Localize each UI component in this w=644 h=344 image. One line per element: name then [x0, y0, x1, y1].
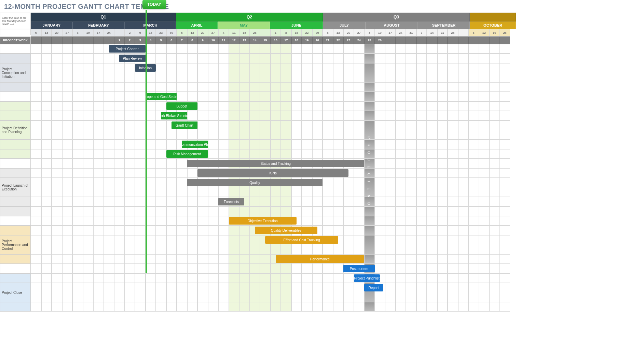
cell	[208, 235, 219, 254]
cell	[437, 92, 448, 101]
task-bar[interactable]: Quality	[187, 179, 323, 186]
cell	[156, 235, 166, 254]
cell	[208, 120, 219, 140]
cell	[239, 226, 250, 235]
cell	[437, 226, 448, 235]
cell	[156, 44, 166, 54]
cell	[437, 159, 448, 168]
pw-cell	[489, 37, 500, 44]
cell	[489, 226, 500, 235]
cell	[448, 168, 458, 178]
cell	[333, 283, 344, 302]
cell	[375, 44, 385, 54]
cell	[354, 197, 365, 206]
cell	[41, 302, 52, 312]
cell	[375, 159, 385, 168]
task-bar[interactable]: Quality Deliverables	[255, 227, 317, 234]
task-bar[interactable]: Performance	[276, 255, 364, 263]
cell	[364, 226, 375, 235]
row-cells	[31, 149, 516, 159]
cell	[52, 63, 62, 82]
cell	[31, 302, 41, 312]
cell	[427, 44, 437, 54]
cell	[93, 178, 104, 197]
task-bar[interactable]: Objective Execution	[229, 217, 297, 225]
task-bar[interactable]: Effort and Cost Tracking	[265, 236, 338, 244]
task-bar[interactable]: Communication Plan	[182, 141, 208, 148]
cell	[83, 82, 94, 92]
cell	[427, 149, 437, 159]
cell	[41, 178, 52, 197]
cell	[52, 206, 62, 216]
row: PHASE TWOScope and Goal Setting	[0, 92, 516, 101]
cell	[146, 264, 156, 273]
cell	[312, 149, 323, 159]
cell	[500, 226, 510, 235]
cell	[291, 283, 302, 302]
cell	[312, 206, 323, 216]
cell	[114, 197, 125, 206]
cell	[31, 235, 41, 254]
cell	[281, 120, 291, 140]
task-bar[interactable]: Report	[364, 284, 383, 291]
task-bar[interactable]: Gantt Chart	[172, 121, 197, 129]
project-week-cells: 1234567891011121314151617181920212223242…	[31, 37, 516, 44]
cell	[52, 120, 62, 140]
cell	[114, 168, 125, 178]
cell	[406, 235, 416, 254]
cell	[312, 54, 323, 63]
task-bar[interactable]: Project Charter	[109, 45, 146, 53]
cell	[458, 111, 469, 120]
cell	[437, 140, 448, 149]
cell	[291, 197, 302, 206]
task-bar[interactable]: Risk Management	[166, 150, 208, 158]
cell	[114, 283, 125, 302]
row-label: Project Close	[0, 283, 31, 302]
cell	[218, 283, 229, 302]
cell	[229, 82, 239, 92]
cell	[468, 159, 479, 168]
cell	[396, 44, 406, 54]
cell	[114, 111, 125, 120]
row-label	[0, 254, 31, 264]
cell	[364, 302, 375, 312]
cell	[229, 206, 239, 216]
cell	[177, 302, 187, 312]
cell	[312, 63, 323, 82]
row-label	[0, 302, 31, 312]
cell	[323, 92, 333, 101]
task-bar[interactable]: Budget	[166, 102, 198, 110]
cell	[479, 82, 490, 92]
task-bar[interactable]: KPIs	[197, 169, 348, 177]
task-bar[interactable]: Project Punchlist	[354, 274, 380, 282]
task-bar[interactable]: Plan Review	[119, 55, 145, 62]
cell	[83, 264, 94, 273]
cell	[52, 178, 62, 197]
cell	[260, 197, 271, 206]
cell	[427, 140, 437, 149]
cell	[31, 283, 41, 302]
task-bar[interactable]: Status and Tracking	[187, 160, 365, 167]
task-bar[interactable]: Scope and Goal Setting	[146, 93, 177, 100]
cell	[260, 54, 271, 63]
cell	[416, 159, 427, 168]
cell	[197, 206, 208, 216]
cell	[437, 178, 448, 197]
cell	[396, 226, 406, 235]
row: Budget	[0, 101, 516, 111]
cell	[146, 120, 156, 140]
row-label: PHASE THREE	[0, 159, 31, 168]
cell	[479, 159, 490, 168]
task-bar[interactable]: Forecasts	[218, 198, 244, 205]
cell	[479, 216, 490, 226]
cell	[250, 101, 260, 111]
cell	[427, 283, 437, 302]
cell	[375, 82, 385, 92]
cell	[250, 111, 260, 120]
cell	[312, 101, 323, 111]
task-bar[interactable]: Postmortem	[343, 265, 375, 272]
cell	[229, 226, 239, 235]
cell	[375, 120, 385, 140]
task-bar[interactable]: Work Bkdwn Structure	[161, 112, 187, 119]
row-label: PHASE FOUR	[0, 216, 31, 226]
